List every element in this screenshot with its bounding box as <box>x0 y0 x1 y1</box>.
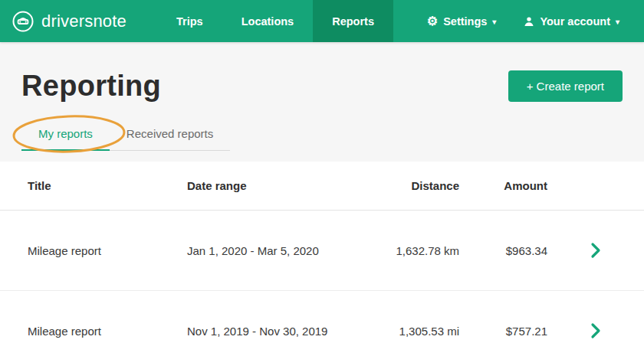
nav-right: ⚙ Settings ▾ Your account ▾ <box>413 0 633 42</box>
nav-item-label: Trips <box>176 15 203 28</box>
reports-table: Title Date range Distance Amount Mileage… <box>0 162 644 343</box>
header-title: Title <box>0 179 187 192</box>
page-header: Reporting + Create report <box>21 70 623 103</box>
gear-icon: ⚙ <box>427 15 438 28</box>
top-navbar: driversnote Trips Locations Reports ⚙ Se… <box>0 0 644 42</box>
page-title: Reporting <box>21 70 161 103</box>
cell-date-range: Nov 1, 2019 - Nov 30, 2019 <box>187 325 363 338</box>
nav-item-label: Locations <box>242 15 294 28</box>
chevron-down-icon: ▾ <box>616 17 619 26</box>
tab-label: My reports <box>38 127 93 140</box>
create-report-button[interactable]: + Create report <box>508 70 623 102</box>
tab-received-reports[interactable]: Received reports <box>110 118 230 150</box>
header-amount: Amount <box>459 179 547 192</box>
nav-item-trips[interactable]: Trips <box>157 0 222 42</box>
chevron-right-icon[interactable] <box>547 242 644 259</box>
nav-item-locations[interactable]: Locations <box>222 0 313 42</box>
settings-label: Settings <box>443 15 487 28</box>
tabs-wrap: My reports Received reports <box>21 118 230 151</box>
header-distance: Distance <box>363 179 459 192</box>
cell-title: Mileage report <box>0 325 187 338</box>
chevron-right-icon[interactable] <box>547 322 644 339</box>
tab-label: Received reports <box>127 127 213 140</box>
cell-distance: 1,305.53 mi <box>363 325 459 338</box>
tab-my-reports[interactable]: My reports <box>21 118 110 151</box>
nav-item-reports[interactable]: Reports <box>313 0 393 42</box>
brand-logo[interactable]: driversnote <box>12 10 127 33</box>
settings-menu[interactable]: ⚙ Settings ▾ <box>413 0 511 42</box>
car-logo-icon <box>12 10 34 33</box>
account-label: Your account <box>540 15 610 28</box>
cell-title: Mileage report <box>0 244 187 257</box>
report-tabs: My reports Received reports <box>21 118 230 151</box>
cell-date-range: Jan 1, 2020 - Mar 5, 2020 <box>187 244 363 257</box>
account-menu[interactable]: Your account ▾ <box>510 0 633 42</box>
cell-amount: $757.21 <box>459 325 547 338</box>
nav-items: Trips Locations Reports <box>157 0 393 42</box>
nav-item-label: Reports <box>332 15 374 28</box>
person-icon <box>524 16 534 27</box>
cell-distance: 1,632.78 km <box>363 244 459 257</box>
cell-amount: $963.34 <box>459 244 547 257</box>
table-row[interactable]: Mileage report Jan 1, 2020 - Mar 5, 2020… <box>0 211 644 291</box>
brand-name: driversnote <box>41 11 127 31</box>
table-row[interactable]: Mileage report Nov 1, 2019 - Nov 30, 201… <box>0 291 644 343</box>
chevron-down-icon: ▾ <box>492 17 496 26</box>
table-header-row: Title Date range Distance Amount <box>0 162 644 211</box>
header-date-range: Date range <box>187 179 363 192</box>
